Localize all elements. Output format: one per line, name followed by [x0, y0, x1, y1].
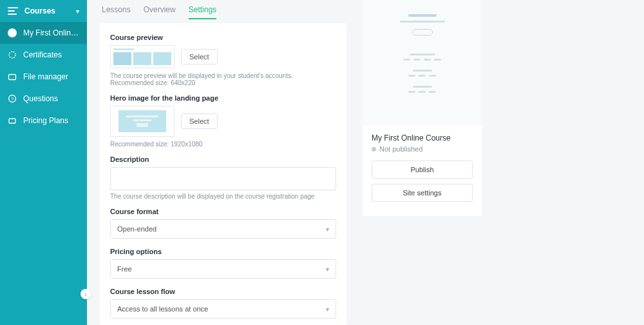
tab-lessons[interactable]: Lessons [102, 5, 131, 19]
sidebar-item-pricing-plans[interactable]: Pricing Plans [0, 110, 87, 132]
sidebar-item-label: Questions [23, 94, 58, 103]
hero-label: Hero image for the landing page [110, 94, 336, 102]
hero-thumbnail[interactable] [110, 106, 175, 137]
sidebar-item-label: Pricing Plans [23, 116, 68, 125]
chevron-down-icon: ▾ [326, 306, 329, 313]
sidebar-item-file-manager[interactable]: File manager [0, 66, 87, 88]
lesson-flow-value: Access to all lessons at once [117, 305, 208, 313]
pricing-icon [8, 116, 17, 125]
courses-icon [8, 7, 18, 15]
sidebar-item-my-first-course[interactable]: My First Online Co... [0, 22, 87, 44]
sidebar-collapse-button[interactable]: ‹ [80, 289, 91, 299]
lesson-flow-label: Course lesson flow [110, 288, 336, 295]
sidebar-item-label: Certificates [23, 50, 62, 59]
landing-page-mockup [363, 0, 482, 126]
chevron-down-icon: ▾ [326, 266, 329, 273]
pricing-select[interactable]: Free▾ [110, 259, 336, 279]
course-summary-card: My First Online Course Not published Pub… [363, 0, 482, 216]
svg-point-0 [9, 52, 15, 58]
course-preview-thumbnail[interactable] [110, 45, 175, 68]
course-preview-label: Course preview [110, 34, 336, 41]
description-hint: The course description will be displayed… [110, 193, 336, 200]
tab-overview[interactable]: Overview [144, 5, 176, 19]
tab-settings[interactable]: Settings [189, 5, 216, 19]
chevron-down-icon: ▾ [76, 8, 79, 15]
chevron-down-icon: ▾ [326, 226, 329, 233]
certificate-icon [8, 50, 17, 59]
svg-rect-4 [9, 119, 15, 123]
description-input[interactable] [110, 167, 336, 190]
course-format-value: Open-ended [117, 225, 156, 233]
course-preview-hint: The course preview will be displayed in … [110, 72, 336, 86]
course-format-select[interactable]: Open-ended▾ [110, 219, 336, 239]
question-icon: ? [8, 94, 17, 103]
description-label: Description [110, 155, 336, 163]
publish-button[interactable]: Publish [372, 161, 473, 179]
course-preview-select-button[interactable]: Select [181, 49, 218, 64]
course-format-label: Course format [110, 208, 336, 215]
sidebar-header-courses[interactable]: Courses ▾ [0, 0, 87, 22]
sidebar-item-certificates[interactable]: Certificates [0, 44, 87, 66]
sidebar-item-questions[interactable]: ? Questions [0, 88, 87, 110]
folder-icon [8, 72, 17, 81]
sidebar-item-label: File manager [23, 72, 68, 81]
svg-rect-1 [9, 75, 16, 80]
course-title: My First Online Course [372, 133, 473, 143]
hero-hint: Recommended size: 1920x1080 [110, 141, 336, 148]
tabs: Lessons Overview Settings [102, 0, 216, 19]
pricing-label: Pricing options [110, 248, 336, 255]
pricing-value: Free [117, 265, 132, 273]
course-avatar-icon [8, 28, 17, 37]
settings-panel: Course preview Select The course preview… [100, 23, 346, 325]
lesson-flow-select[interactable]: Access to all lessons at once▾ [110, 299, 336, 319]
publish-status: Not published [372, 145, 473, 153]
site-settings-button[interactable]: Site settings [372, 184, 473, 202]
sidebar: Courses ▾ My First Online Co... Certific… [0, 0, 87, 325]
sidebar-item-label: My First Online Co... [23, 28, 79, 37]
sidebar-header-label: Courses [24, 6, 76, 15]
hero-select-button[interactable]: Select [181, 113, 218, 129]
svg-text:?: ? [11, 96, 14, 102]
